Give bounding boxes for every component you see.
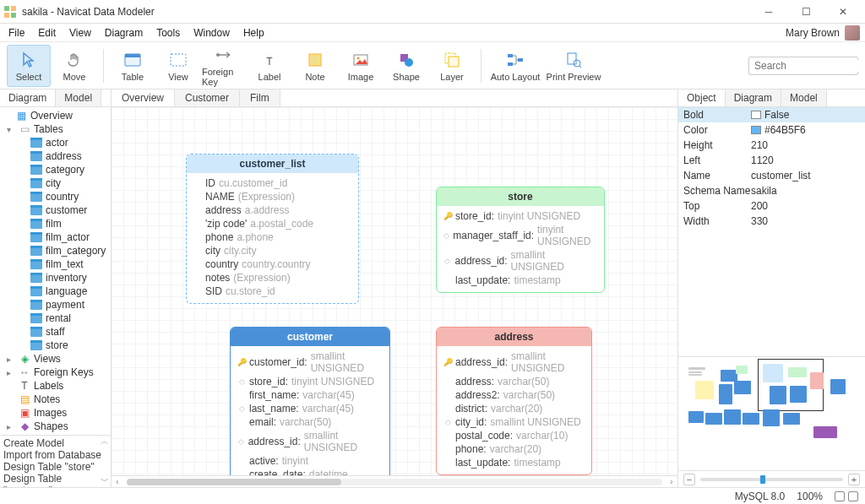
zoom-in[interactable]: +: [848, 474, 860, 485]
svg-point-15: [357, 57, 360, 59]
tree-table-film[interactable]: film: [0, 217, 111, 230]
tree-table-address[interactable]: address: [0, 149, 111, 163]
status-icon-2[interactable]: [848, 491, 858, 501]
tree-table-payment[interactable]: payment: [0, 298, 111, 312]
zoom-out[interactable]: −: [683, 474, 695, 485]
tree-table-film-actor[interactable]: film_actor: [0, 230, 111, 244]
tool-shape[interactable]: Shape: [384, 45, 428, 87]
maximize-button[interactable]: ☐: [787, 0, 824, 24]
right-tab-object[interactable]: Object: [678, 89, 726, 106]
tree-table-inventory[interactable]: inventory: [0, 271, 111, 285]
key-icon: 🔑: [443, 358, 452, 366]
field-name: city_id:: [455, 416, 487, 428]
tree-table-film-category[interactable]: film_category: [0, 244, 111, 257]
zoom-slider[interactable]: [700, 478, 843, 481]
tool-table[interactable]: Table: [111, 45, 155, 87]
tree-table-staff[interactable]: staff: [0, 325, 111, 339]
entity-store[interactable]: store 🔑store_id: tinyint UNSIGNED◇manage…: [436, 187, 605, 293]
user-name[interactable]: Mary Brown: [781, 27, 845, 39]
left-tab-diagram[interactable]: Diagram: [0, 89, 56, 106]
menu-tools[interactable]: Tools: [150, 25, 187, 41]
tree-foreign-keys[interactable]: ▸↔Foreign Keys: [0, 366, 111, 379]
tool-note[interactable]: Note: [293, 45, 337, 87]
field-type: (Expression): [238, 191, 295, 203]
entity-address[interactable]: address 🔑address_id: smallint UNSIGNEDad…: [436, 327, 592, 475]
zoom-bar: − +: [678, 470, 865, 487]
menu-view[interactable]: View: [63, 25, 98, 41]
left-tab-model[interactable]: Model: [56, 89, 101, 106]
menu-window[interactable]: Window: [187, 25, 237, 41]
prop-bold[interactable]: BoldFalse: [678, 107, 865, 122]
field-type: cu.store_id: [226, 285, 275, 297]
tree-shapes[interactable]: ▸◆Shapes: [0, 420, 111, 433]
field-name: address: [205, 204, 242, 216]
tool-view[interactable]: View: [156, 45, 200, 87]
tool-print-preview[interactable]: Print Preview: [544, 45, 603, 87]
recent-scroll-up[interactable]: ︿: [101, 436, 109, 447]
minimap[interactable]: [678, 356, 865, 470]
tool-move[interactable]: Move: [52, 45, 96, 87]
prop-name[interactable]: Namecustomer_list: [678, 168, 865, 183]
prop-schema[interactable]: Schema Namesakila: [678, 183, 865, 198]
tree-table-actor[interactable]: actor: [0, 136, 111, 149]
scroll-right[interactable]: ›: [666, 477, 677, 486]
tree-table-store[interactable]: store: [0, 339, 111, 352]
recent-item[interactable]: Create Model: [3, 437, 107, 449]
prop-height[interactable]: Height210: [678, 138, 865, 153]
avatar[interactable]: [845, 25, 860, 41]
close-button[interactable]: ✕: [824, 0, 862, 24]
right-tab-model[interactable]: Model: [781, 89, 827, 106]
field-name: email:: [249, 416, 276, 428]
tree-table-customer[interactable]: customer: [0, 203, 111, 217]
search-box[interactable]: ⌕: [748, 57, 858, 75]
tree-table-city[interactable]: city: [0, 176, 111, 190]
right-tab-diagram[interactable]: Diagram: [726, 89, 781, 106]
recent-item[interactable]: Import from Database: [3, 449, 107, 461]
canvas[interactable]: customer_list ID cu.customer_idNAME (Exp…: [112, 107, 677, 475]
tool-layer[interactable]: Layer: [430, 45, 474, 87]
scroll-left[interactable]: ‹: [112, 477, 123, 486]
prop-color[interactable]: Color#64B5F6: [678, 122, 865, 138]
entity-customer-list[interactable]: customer_list ID cu.customer_idNAME (Exp…: [186, 154, 359, 304]
horizontal-scrollbar[interactable]: [123, 479, 666, 485]
field-name: address2:: [455, 389, 500, 401]
canvas-tab-overview[interactable]: Overview: [112, 89, 175, 106]
menu-help[interactable]: Help: [237, 25, 271, 41]
canvas-tab-film[interactable]: Film: [240, 89, 280, 106]
tree-table-film-text[interactable]: film_text: [0, 257, 111, 271]
status-icon-1[interactable]: [835, 491, 845, 501]
recent-item[interactable]: Design Table "store": [3, 461, 107, 473]
tree-table-rental[interactable]: rental: [0, 312, 111, 325]
tree-overview[interactable]: ▦Overview: [0, 109, 111, 122]
field-name: address_id:: [455, 255, 508, 267]
tool-auto-layout[interactable]: Auto Layout: [488, 45, 542, 87]
prop-width[interactable]: Width330: [678, 214, 865, 229]
menu-diagram[interactable]: Diagram: [98, 25, 150, 41]
recent-panel: ︿ Create Model Import from Database Desi…: [0, 435, 111, 487]
search-input[interactable]: [754, 60, 865, 72]
prop-left[interactable]: Left1120: [678, 153, 865, 168]
menu-edit[interactable]: Edit: [31, 25, 63, 41]
tree-table-country[interactable]: country: [0, 190, 111, 203]
tree-tables[interactable]: ▾▭Tables: [0, 122, 111, 136]
recent-item[interactable]: Design Table "customer": [3, 473, 107, 487]
svg-rect-6: [171, 54, 186, 66]
prop-top[interactable]: Top200: [678, 198, 865, 214]
tool-select[interactable]: Select: [7, 45, 51, 87]
tree-images[interactable]: ▣Images: [0, 406, 111, 420]
tool-image[interactable]: Image: [339, 45, 383, 87]
entity-customer[interactable]: customer 🔑customer_id: smallint UNSIGNED…: [230, 327, 390, 475]
tree-notes[interactable]: ▤Notes: [0, 393, 111, 406]
canvas-tab-customer[interactable]: Customer: [175, 89, 240, 106]
field-name: phone: [205, 231, 233, 243]
recent-scroll-down[interactable]: ﹀: [101, 475, 109, 487]
tree-views[interactable]: ▸◈Views: [0, 352, 111, 366]
entity-field: NAME (Expression): [193, 190, 351, 203]
tool-foreign-key[interactable]: Foreign Key: [202, 45, 246, 87]
tool-label[interactable]: T Label: [248, 45, 291, 87]
minimize-button[interactable]: ─: [750, 0, 787, 24]
tree-table-category[interactable]: category: [0, 163, 111, 176]
tree-table-language[interactable]: language: [0, 285, 111, 298]
menu-file[interactable]: File: [2, 25, 31, 41]
tree-labels[interactable]: TLabels: [0, 379, 111, 393]
